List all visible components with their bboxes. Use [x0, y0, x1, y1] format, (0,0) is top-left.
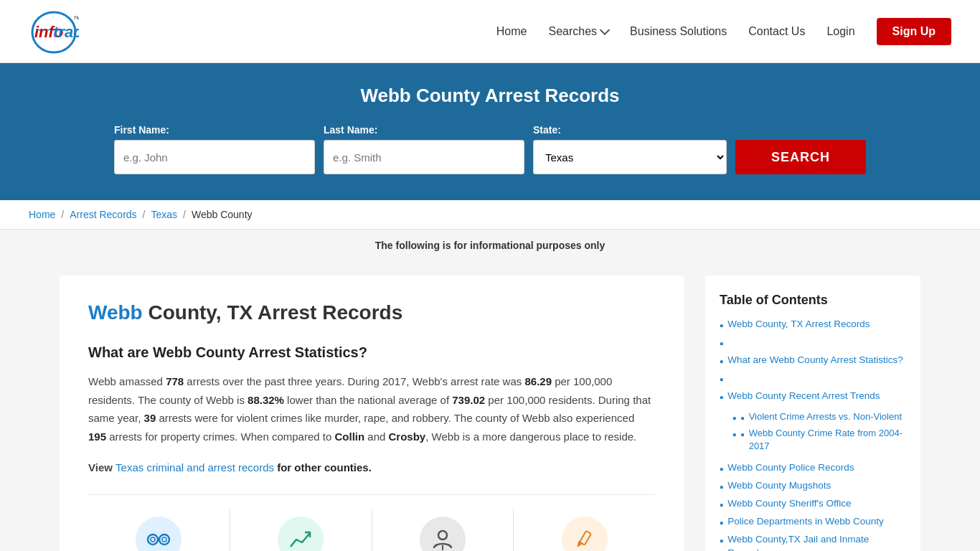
article-title-rest: County, TX Arrest Records: [143, 301, 403, 324]
icons-row: [88, 494, 655, 552]
toc-sublist-3: ▪ Violent Crime Arrests vs. Non-Violent …: [720, 410, 906, 457]
chevron-down-icon: [600, 25, 610, 35]
breadcrumb-sep-2: /: [143, 209, 146, 220]
breadcrumb-arrest-records[interactable]: Arrest Records: [70, 209, 136, 220]
toc-link-5[interactable]: Webb County Mugshots: [727, 479, 831, 493]
hero-title: Webb County Arrest Records: [29, 85, 951, 107]
state-group: State: Texas AlabamaAlaskaArizona Arkans…: [533, 124, 727, 174]
toc-link-2[interactable]: What are Webb County Arrest Statistics?: [727, 354, 903, 367]
last-name-label: Last Name:: [324, 124, 377, 136]
view-link-paragraph: View Texas criminal and arrest records f…: [88, 458, 655, 477]
article-section: Webb County, TX Arrest Records What are …: [60, 276, 684, 551]
toc-link-3a[interactable]: Violent Crime Arrests vs. Non-Violent: [749, 410, 902, 423]
logo-icon: info tracer ™: [29, 7, 79, 54]
nav-links: Home Searches Business Solutions Contact…: [496, 18, 951, 45]
toc-subitem-3b: ▪ Webb County Crime Rate from 2004-2017: [732, 427, 906, 453]
article-title: Webb County, TX Arrest Records: [88, 301, 655, 324]
first-name-input[interactable]: [114, 140, 315, 174]
breadcrumb: Home / Arrest Records / Texas / Webb Cou…: [0, 200, 980, 230]
search-button[interactable]: SEARCH: [735, 140, 866, 174]
last-name-group: Last Name:: [324, 124, 524, 174]
toc-link-1[interactable]: Webb County, TX Arrest Records: [727, 318, 870, 331]
svg-point-6: [159, 534, 169, 545]
toc-link-4[interactable]: Webb County Police Records: [727, 461, 854, 475]
breadcrumb-home[interactable]: Home: [29, 209, 55, 220]
svg-point-8: [151, 537, 155, 542]
toc-list: Webb County, TX Arrest Records ▪ What ar…: [720, 318, 906, 551]
toc-item-7: Police Departments in Webb County: [720, 515, 906, 529]
article-title-highlight: Webb: [88, 301, 143, 324]
toc-link-3b[interactable]: Webb County Crime Rate from 2004-2017: [749, 427, 906, 453]
first-name-label: First Name:: [114, 124, 169, 136]
toc-link-7[interactable]: Police Departments in Webb County: [727, 515, 883, 529]
nav-home[interactable]: Home: [496, 25, 527, 38]
breadcrumb-texas[interactable]: Texas: [151, 209, 178, 220]
toc-item-8: Webb County,TX Jail and Inmate Records: [720, 533, 906, 551]
toc-sidebar: Table of Contents Webb County, TX Arrest…: [705, 276, 920, 551]
nav-business-solutions[interactable]: Business Solutions: [630, 25, 727, 38]
toc-item-4: Webb County Police Records: [720, 461, 906, 475]
svg-text:tracer: tracer: [53, 23, 79, 41]
icon-handcuffs: [88, 509, 230, 552]
svg-point-9: [162, 537, 166, 542]
section1-title: What are Webb County Arrest Statistics?: [88, 344, 655, 361]
first-name-group: First Name:: [114, 124, 315, 174]
disclaimer-bar: The following is for informational purpo…: [0, 230, 980, 261]
icon-pen: [514, 509, 655, 552]
logo[interactable]: info tracer ™: [29, 7, 79, 56]
breadcrumb-sep-1: /: [61, 209, 64, 220]
handcuffs-icon: [136, 517, 182, 552]
toc-link-6[interactable]: Webb County Sheriff's Office: [727, 497, 851, 511]
toc-link-3[interactable]: Webb County Recent Arrest Trends: [727, 390, 880, 403]
breadcrumb-sep-3: /: [183, 209, 186, 220]
state-select[interactable]: Texas AlabamaAlaskaArizona ArkansasCalif…: [533, 140, 727, 174]
main-content: Webb County, TX Arrest Records What are …: [31, 261, 949, 551]
hero-form: First Name: Last Name: State: Texas Alab…: [95, 124, 885, 174]
toc-item-3: ▪ Webb County Recent Arrest Trends ▪ Vio…: [720, 372, 906, 457]
svg-rect-12: [580, 531, 591, 545]
navbar: info tracer ™ Home Searches Business Sol…: [0, 0, 980, 63]
texas-records-link[interactable]: Texas criminal and arrest records: [116, 461, 274, 474]
article-body-p1: Webb amassed 778 arrests over the past t…: [88, 372, 655, 446]
toc-title: Table of Contents: [720, 293, 906, 308]
signup-button[interactable]: Sign Up: [877, 18, 951, 45]
pen-icon: [562, 517, 608, 552]
icon-person: [372, 509, 514, 552]
toc-subitem-3a: ▪ Violent Crime Arrests vs. Non-Violent: [732, 410, 906, 424]
svg-text:™: ™: [73, 14, 79, 23]
nav-searches[interactable]: Searches: [548, 25, 608, 38]
nav-contact-us[interactable]: Contact Us: [748, 25, 805, 38]
toc-item-1: Webb County, TX Arrest Records: [720, 318, 906, 331]
toc-item-6: Webb County Sheriff's Office: [720, 497, 906, 511]
svg-point-10: [438, 531, 447, 540]
toc-item-5: Webb County Mugshots: [720, 479, 906, 493]
toc-item-2: ▪ What are Webb County Arrest Statistics…: [720, 336, 906, 367]
trend-icon: [278, 517, 324, 552]
state-label: State:: [533, 124, 561, 136]
hero-section: Webb County Arrest Records First Name: L…: [0, 63, 980, 200]
person-icon: [420, 517, 466, 552]
svg-point-5: [148, 534, 158, 545]
breadcrumb-current: Webb County: [192, 209, 253, 220]
icon-trend: [230, 509, 372, 552]
login-button[interactable]: Login: [826, 25, 854, 38]
toc-link-8[interactable]: Webb County,TX Jail and Inmate Records: [727, 533, 906, 551]
last-name-input[interactable]: [324, 140, 524, 174]
